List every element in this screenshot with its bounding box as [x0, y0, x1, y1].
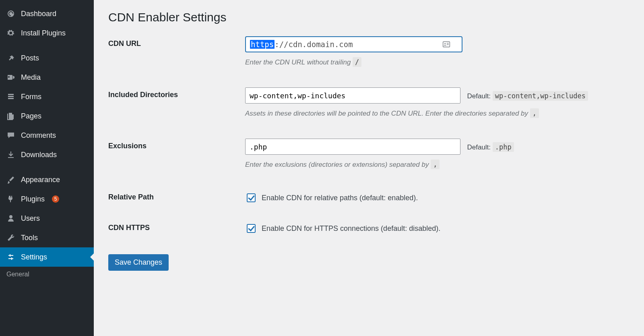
sidebar-item-label: Media	[21, 73, 41, 82]
pin-icon	[6, 54, 15, 62]
sidebar-item-label: Dashboard	[21, 10, 56, 18]
plugins-badge: 5	[52, 195, 59, 203]
wrench-icon	[6, 233, 15, 242]
sidebar-item-appearance[interactable]: Appearance	[0, 170, 94, 189]
sidebar-item-media[interactable]: Media	[0, 68, 94, 87]
https-text: Enable CDN for HTTPS connections (defaul…	[262, 224, 440, 233]
sidebar-item-users[interactable]: Users	[0, 209, 94, 228]
cdn-url-label: CDN URL	[108, 36, 245, 48]
cdn-url-input[interactable]: https://cdn.domain.com	[245, 36, 462, 52]
sidebar-sub-general[interactable]: General	[0, 267, 94, 282]
forms-icon	[6, 92, 15, 101]
relative-label: Relative Path	[108, 190, 245, 201]
cdn-url-help: Enter the CDN URL without trailing /	[245, 58, 633, 66]
included-input[interactable]	[245, 87, 460, 104]
pages-icon	[6, 112, 15, 120]
relative-checkbox[interactable]	[247, 193, 256, 202]
sidebar-item-install-plugins[interactable]: Install Plugins	[0, 23, 94, 43]
exclusions-help: Enter the exclusions (directories or ext…	[245, 160, 633, 169]
sidebar-item-label: Appearance	[21, 176, 60, 184]
sidebar-item-label: Install Plugins	[21, 29, 66, 37]
save-button[interactable]: Save Changes	[108, 254, 169, 271]
page-title: CDN Enabler Settings	[108, 10, 633, 24]
settings-icon	[6, 253, 15, 261]
plug-icon	[6, 195, 15, 203]
sidebar-item-downloads[interactable]: Downloads	[0, 145, 94, 164]
exclusions-label: Exclusions	[108, 139, 245, 150]
included-label: Included Directories	[108, 87, 245, 99]
admin-sidebar: Dashboard Install Plugins Posts Media Fo…	[0, 0, 94, 336]
sidebar-item-label: Posts	[21, 54, 39, 62]
svg-rect-0	[443, 41, 450, 47]
comment-icon	[6, 131, 15, 140]
relative-text: Enable CDN for relative paths (default: …	[262, 194, 418, 202]
autofill-icon	[442, 39, 451, 49]
included-help: Assets in these directories will be poin…	[245, 109, 633, 118]
https-checkbox[interactable]	[247, 224, 256, 233]
https-label: CDN HTTPS	[108, 220, 245, 232]
gear-icon	[6, 29, 15, 37]
main-content: CDN Enabler Settings CDN URL https://cdn…	[94, 0, 644, 336]
download-icon	[6, 150, 15, 159]
sidebar-item-label: Plugins	[21, 195, 45, 203]
sidebar-item-dashboard[interactable]: Dashboard	[0, 4, 94, 23]
sidebar-item-label: Tools	[21, 234, 38, 242]
sidebar-item-label: Downloads	[21, 151, 57, 159]
sidebar-item-pages[interactable]: Pages	[0, 106, 94, 126]
sidebar-item-tools[interactable]: Tools	[0, 228, 94, 247]
sidebar-item-plugins[interactable]: Plugins 5	[0, 189, 94, 209]
dashboard-icon	[6, 9, 15, 18]
sidebar-item-posts[interactable]: Posts	[0, 48, 94, 68]
sidebar-item-label: Settings	[21, 253, 47, 261]
media-icon	[6, 73, 15, 82]
cdn-url-selection: https	[250, 40, 275, 49]
brush-icon	[6, 175, 15, 184]
sidebar-item-forms[interactable]: Forms	[0, 87, 94, 106]
svg-point-1	[444, 43, 446, 44]
exclusions-default: Default: .php	[467, 143, 514, 151]
cdn-url-rest: ://cdn.domain.com	[275, 40, 353, 49]
exclusions-input[interactable]	[245, 139, 460, 155]
https-checkbox-row[interactable]: Enable CDN for HTTPS connections (defaul…	[245, 220, 633, 234]
included-default: Default: wp-content,wp-includes	[467, 92, 588, 100]
sidebar-item-label: Users	[21, 214, 40, 223]
user-icon	[6, 214, 15, 223]
sidebar-item-comments[interactable]: Comments	[0, 126, 94, 145]
sidebar-item-label: Pages	[21, 112, 41, 120]
sidebar-item-label: Forms	[21, 93, 41, 101]
relative-checkbox-row[interactable]: Enable CDN for relative paths (default: …	[245, 190, 633, 203]
sidebar-item-settings[interactable]: Settings	[0, 247, 94, 267]
sidebar-item-label: Comments	[21, 131, 56, 140]
